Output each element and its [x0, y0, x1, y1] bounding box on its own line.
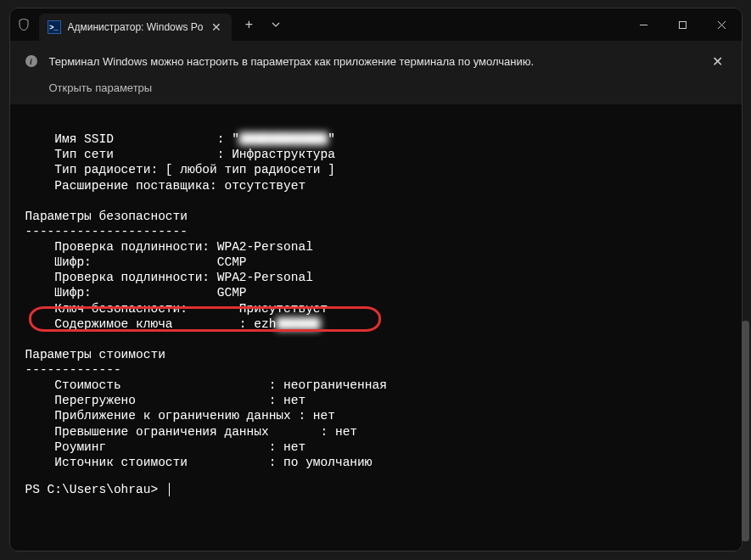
output-line: Стоимость : неограниченная	[25, 378, 387, 392]
cursor	[169, 483, 170, 496]
output-line: Расширение поставщика: отсутствует	[25, 179, 306, 193]
info-close-button[interactable]: ✕	[709, 53, 726, 70]
info-icon: i	[25, 55, 37, 67]
output-line: Шифр: GCMP	[25, 286, 247, 300]
output-line: Имя SSID : "	[25, 132, 239, 146]
open-settings-link[interactable]: Открыть параметры	[49, 81, 726, 94]
output-line: Шифр: CCMP	[25, 255, 247, 269]
prompt: PS C:\Users\ohrau>	[25, 482, 165, 497]
output-line: Роуминг : нет	[25, 440, 306, 454]
output-line: Проверка подлинности: WPA2-Personal	[25, 271, 313, 284]
output-line: Тип сети : Инфраструктура	[25, 148, 335, 161]
terminal-output[interactable]: Имя SSID : "████████████" Тип сети : Инф…	[10, 104, 742, 551]
minimize-button[interactable]	[625, 8, 664, 41]
maximize-button[interactable]	[664, 8, 703, 41]
close-button[interactable]	[703, 8, 742, 41]
tab-powershell[interactable]: >_ Администратор: Windows Po ✕	[39, 14, 233, 41]
powershell-icon: >_	[48, 20, 61, 34]
output-line: Ключ безопасности: Присутствует	[25, 302, 328, 316]
tab-dropdown-button[interactable]	[262, 11, 289, 38]
section-header: Параметры стоимости	[25, 348, 165, 361]
output-line: Тип радиосети: [ любой тип радиосети ]	[25, 163, 335, 176]
section-header: Параметры безопасности	[25, 210, 188, 223]
output-line: Содержимое ключа : ezh	[25, 317, 277, 331]
divider: -------------	[25, 363, 121, 377]
output-line: Перегружено : нет	[25, 394, 306, 407]
window-controls	[625, 8, 742, 41]
terminal-window: >_ Администратор: Windows Po ✕ + i Терми…	[9, 8, 743, 552]
info-bar: i Терминал Windows можно настроить в пар…	[10, 41, 742, 104]
titlebar: >_ Администратор: Windows Po ✕ +	[10, 8, 742, 41]
scrollbar[interactable]	[742, 123, 749, 543]
new-tab-button[interactable]: +	[235, 11, 262, 38]
output-line: Превышение ограничения данных : нет	[25, 425, 358, 439]
tab-close-button[interactable]: ✕	[210, 20, 223, 34]
output-line: "	[328, 132, 335, 146]
scrollbar-thumb[interactable]	[742, 321, 749, 541]
prompt-line[interactable]: PS C:\Users\ohrau>	[25, 482, 726, 497]
divider: ----------------------	[25, 225, 188, 238]
blurred-key: ██████	[276, 316, 320, 332]
blurred-ssid: ████████████	[239, 132, 328, 147]
output-line: Приближение к ограничению данных : нет	[25, 409, 335, 423]
svg-rect-1	[680, 21, 687, 28]
tab-title: Администратор: Windows Po	[68, 21, 204, 33]
output-line: Источник стоимости : по умолчанию	[25, 456, 373, 469]
info-text: Терминал Windows можно настроить в парам…	[49, 55, 701, 68]
shield-icon	[17, 18, 31, 31]
output-line: Проверка подлинности: WPA2-Personal	[25, 240, 313, 254]
